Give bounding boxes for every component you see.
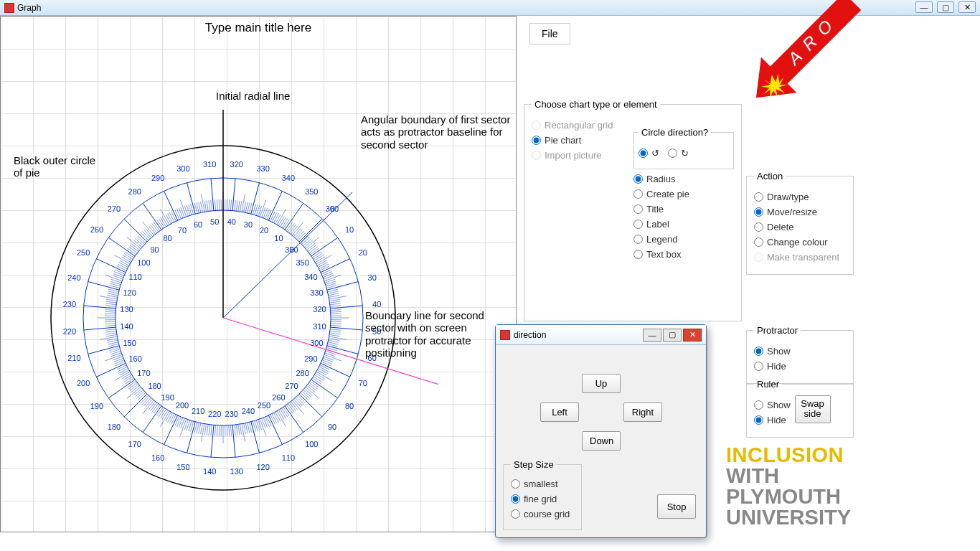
radio-transparent[interactable]: Make transparent [754,252,846,263]
svg-line-204 [115,362,125,366]
svg-text:250: 250 [258,401,270,410]
radio-pie-chart[interactable]: Pie chart [532,135,625,146]
svg-line-293 [164,191,178,220]
svg-line-251 [114,272,124,276]
svg-text:160: 160 [128,354,141,363]
svg-line-287 [162,217,168,226]
svg-line-344 [270,212,275,221]
right-button[interactable]: Right [623,402,662,422]
radio-ruler-show[interactable]: Show [754,400,791,410]
svg-text:160: 160 [151,453,164,462]
svg-line-56 [330,333,341,334]
svg-text:90: 90 [150,245,159,254]
svg-line-285 [159,219,164,228]
radio-delete[interactable]: Delete [754,222,846,232]
svg-line-3 [299,219,322,242]
radio-create-pie[interactable]: Create pie [633,189,734,199]
svg-text:100: 100 [305,440,318,448]
radio-fine[interactable]: fine grid [511,494,574,504]
chart-title[interactable]: Type main title here [1,21,516,35]
svg-line-342 [267,209,271,220]
svg-text:150: 150 [123,339,136,347]
svg-line-259 [122,257,131,263]
svg-line-27 [324,276,334,279]
svg-line-343 [268,191,282,220]
svg-line-290 [168,213,173,222]
svg-line-37 [329,296,339,298]
radio-radius[interactable]: Radius [633,174,734,184]
svg-line-51 [331,324,341,324]
dialog-close-button[interactable]: ✕ [683,329,702,342]
dialog-titlebar[interactable]: direction — ▢ ✕ [496,325,706,345]
svg-line-164 [171,415,176,424]
svg-line-247 [111,279,121,283]
up-button[interactable]: Up [582,374,621,393]
svg-text:220: 220 [208,410,221,418]
svg-text:120: 120 [256,463,269,471]
svg-line-69 [324,357,334,360]
radio-draw[interactable]: Draw/type [754,192,846,202]
radio-ccw[interactable]: ↺ [639,148,659,159]
svg-text:80: 80 [163,234,171,242]
file-menu-button[interactable]: File [529,23,570,44]
svg-line-219 [106,334,117,336]
chart-canvas[interactable]: Type main title here 0102030405060708090… [0,16,517,532]
radio-legend-item[interactable]: Legend [633,234,734,245]
radio-ruler-hide[interactable]: Hide [754,415,791,425]
svg-line-106 [280,409,286,418]
radio-import-picture[interactable]: Import picture [532,150,625,161]
maximize-button[interactable]: ▢ [937,1,954,13]
svg-line-18 [316,255,332,265]
branding-logo: INCLUSION WITH PLYMOUTH UNIVERSITY [726,445,851,528]
circle-direction-group: Circle direction? ↺ ↻ [633,127,734,169]
radio-cw[interactable]: ↻ [668,148,689,159]
radio-rect-grid[interactable]: Rectangular grid [532,120,625,131]
dialog-maximize-button[interactable]: ▢ [663,329,682,342]
svg-line-153 [187,422,196,453]
svg-line-215 [108,342,118,344]
svg-line-331 [248,202,250,213]
svg-line-67 [325,353,335,357]
svg-line-130 [238,425,240,435]
svg-line-26 [323,273,333,278]
svg-line-58 [329,336,347,339]
radio-prot-hide[interactable]: Hide [754,361,846,372]
stop-button[interactable]: Stop [657,494,696,519]
svg-line-207 [113,357,123,360]
svg-line-213 [88,346,119,354]
svg-line-222 [105,329,116,331]
svg-line-45 [331,311,341,312]
swap-side-button[interactable]: Swap side [795,395,831,423]
svg-text:30: 30 [244,220,253,229]
svg-line-216 [108,340,118,342]
svg-text:140: 140 [203,467,216,476]
radio-label[interactable]: Label [633,219,734,230]
left-button[interactable]: Left [540,402,579,422]
svg-text:50: 50 [210,217,219,226]
svg-text:210: 210 [67,354,80,362]
close-button[interactable]: ✕ [958,1,976,13]
svg-line-132 [235,425,236,435]
svg-text:300: 300 [176,164,189,173]
radio-smallest[interactable]: smallest [511,479,574,489]
svg-line-198 [114,372,130,381]
radio-prot-show[interactable]: Show [754,346,846,357]
radio-change-colour[interactable]: Change colour [754,237,846,248]
svg-line-79 [316,373,325,379]
svg-line-105 [282,408,288,418]
radio-title[interactable]: Title [633,204,734,215]
svg-line-261 [124,253,133,259]
radio-move[interactable]: Move/resize [754,207,846,217]
minimize-button[interactable]: — [915,1,933,13]
radio-course[interactable]: course grid [511,509,574,519]
radio-textbox[interactable]: Text box [633,249,734,260]
direction-dialog[interactable]: direction — ▢ ✕ Up Left Right Down Step … [495,324,707,538]
down-button[interactable]: Down [582,431,621,451]
svg-line-239 [107,296,118,298]
svg-text:230: 230 [225,410,238,418]
svg-line-221 [105,331,116,332]
svg-line-149 [201,423,203,434]
window-title: Graph [17,3,41,13]
svg-line-260 [123,255,132,261]
dialog-minimize-button[interactable]: — [643,329,661,342]
